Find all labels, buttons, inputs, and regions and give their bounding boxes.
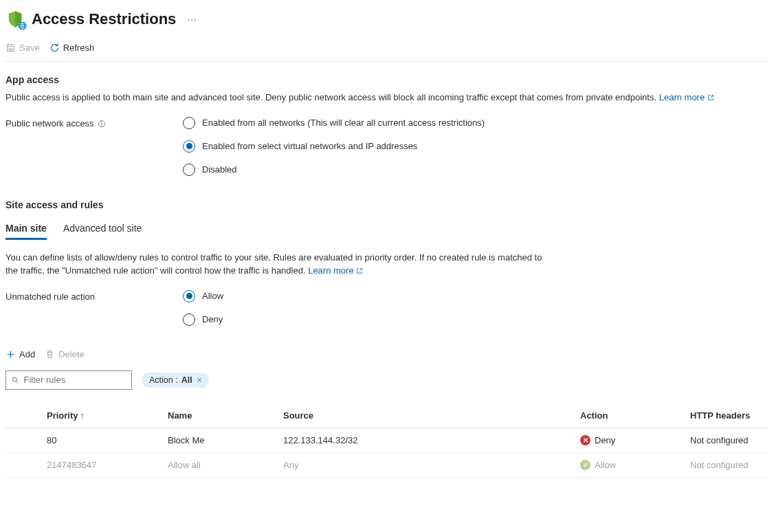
filter-pill-value: All bbox=[181, 375, 192, 385]
external-link-icon bbox=[356, 267, 363, 274]
page-header: Access Restrictions ··· bbox=[5, 5, 769, 29]
cell-name: Allow all bbox=[162, 452, 278, 477]
cell-source: Any bbox=[278, 452, 575, 477]
app-access-description: Public access is applied to both main si… bbox=[5, 91, 769, 104]
tab-main-site[interactable]: Main site bbox=[5, 219, 47, 240]
radio-enabled-all-networks[interactable]: Enabled from all networks (This will cle… bbox=[183, 117, 769, 129]
close-icon[interactable] bbox=[196, 377, 203, 384]
col-source[interactable]: Source bbox=[278, 403, 575, 428]
filter-row: Action : All bbox=[5, 370, 769, 390]
radio-indicator bbox=[183, 290, 195, 302]
save-label: Save bbox=[19, 43, 40, 53]
col-priority[interactable]: Priority↑ bbox=[5, 403, 162, 428]
add-rule-button[interactable]: Add bbox=[5, 349, 35, 359]
cell-source: 122.133.144.32/32 bbox=[278, 428, 575, 452]
radio-unmatched-deny[interactable]: Deny bbox=[183, 313, 769, 326]
radio-label: Deny bbox=[202, 314, 223, 324]
site-access-learn-more-link[interactable]: Learn more bbox=[308, 265, 363, 276]
unmatched-rule-options: Allow Deny bbox=[183, 290, 769, 337]
delete-rule-button[interactable]: Delete bbox=[45, 349, 85, 359]
svg-point-2 bbox=[101, 122, 102, 122]
allow-icon: ✓ bbox=[580, 460, 590, 470]
refresh-button[interactable]: Refresh bbox=[49, 43, 95, 53]
more-actions-button[interactable]: ··· bbox=[183, 14, 201, 25]
unmatched-rule-label: Unmatched rule action bbox=[5, 290, 183, 337]
site-access-section: Site access and rules Main site Advanced… bbox=[5, 199, 769, 478]
col-name[interactable]: Name bbox=[162, 403, 278, 428]
svg-point-3 bbox=[12, 377, 16, 381]
radio-enabled-select-networks[interactable]: Enabled from select virtual networks and… bbox=[183, 140, 769, 153]
trash-icon bbox=[45, 349, 55, 359]
refresh-icon bbox=[49, 43, 60, 53]
table-row[interactable]: 2147483647 Allow all Any ✓ Allow Not con… bbox=[5, 452, 769, 477]
table-header-row: Priority↑ Name Source Action HTTP header… bbox=[5, 403, 769, 428]
cell-priority: 80 bbox=[5, 428, 162, 452]
radio-label: Allow bbox=[202, 291, 223, 301]
col-action[interactable]: Action bbox=[575, 403, 685, 428]
radio-disabled[interactable]: Disabled bbox=[183, 164, 769, 176]
radio-label: Enabled from select virtual networks and… bbox=[202, 141, 417, 151]
deny-icon: ✕ bbox=[580, 435, 590, 445]
cell-http-headers: Not configured bbox=[685, 452, 769, 477]
unmatched-rule-field: Unmatched rule action Allow Deny bbox=[5, 290, 769, 337]
radio-indicator bbox=[183, 164, 195, 176]
sort-ascending-icon: ↑ bbox=[80, 411, 85, 421]
app-access-learn-more-link[interactable]: Learn more bbox=[659, 92, 714, 102]
save-button[interactable]: Save bbox=[5, 43, 40, 53]
cell-action: ✓ Allow bbox=[575, 452, 685, 477]
filter-pill-prefix: Action : bbox=[149, 375, 178, 385]
external-link-icon bbox=[707, 94, 714, 101]
radio-label: Disabled bbox=[202, 164, 237, 175]
radio-indicator bbox=[183, 313, 195, 326]
public-network-access-options: Enabled from all networks (This will cle… bbox=[183, 117, 769, 187]
rules-action-bar: Add Delete bbox=[5, 349, 769, 359]
delete-label: Delete bbox=[58, 349, 85, 359]
search-icon bbox=[11, 375, 19, 385]
plus-icon bbox=[5, 349, 16, 359]
add-label: Add bbox=[19, 349, 35, 359]
cell-action: ✕ Deny bbox=[575, 428, 685, 452]
filter-rules-input[interactable] bbox=[23, 375, 126, 385]
app-access-heading: App access bbox=[5, 74, 769, 85]
tab-advanced-tool-site[interactable]: Advanced tool site bbox=[63, 219, 142, 240]
public-network-access-field: Public network access Enabled from all n… bbox=[5, 117, 769, 187]
radio-unmatched-allow[interactable]: Allow bbox=[183, 290, 769, 302]
info-icon[interactable] bbox=[98, 120, 106, 128]
table-row[interactable]: 80 Block Me 122.133.144.32/32 ✕ Deny Not… bbox=[5, 428, 769, 452]
cell-name: Block Me bbox=[162, 428, 278, 452]
radio-indicator bbox=[183, 140, 195, 153]
filter-action-pill[interactable]: Action : All bbox=[142, 373, 209, 388]
col-http-headers[interactable]: HTTP headers bbox=[685, 403, 769, 428]
page-title: Access Restrictions bbox=[32, 10, 176, 28]
radio-indicator bbox=[183, 117, 195, 129]
cell-priority: 2147483647 bbox=[5, 452, 162, 477]
site-access-heading: Site access and rules bbox=[5, 199, 769, 210]
public-network-access-label: Public network access bbox=[5, 117, 183, 187]
cell-http-headers: Not configured bbox=[685, 428, 769, 452]
site-access-description: You can define lists of allow/deny rules… bbox=[5, 251, 555, 278]
radio-label: Enabled from all networks (This will cle… bbox=[202, 118, 485, 128]
app-access-section: App access Public access is applied to b… bbox=[5, 74, 769, 187]
site-tabs: Main site Advanced tool site bbox=[5, 219, 769, 240]
toolbar: Save Refresh bbox=[5, 43, 769, 62]
refresh-label: Refresh bbox=[63, 43, 95, 53]
save-icon bbox=[5, 43, 16, 53]
filter-rules-input-wrap bbox=[5, 370, 132, 390]
shield-icon bbox=[5, 10, 25, 29]
rules-table: Priority↑ Name Source Action HTTP header… bbox=[5, 403, 769, 478]
